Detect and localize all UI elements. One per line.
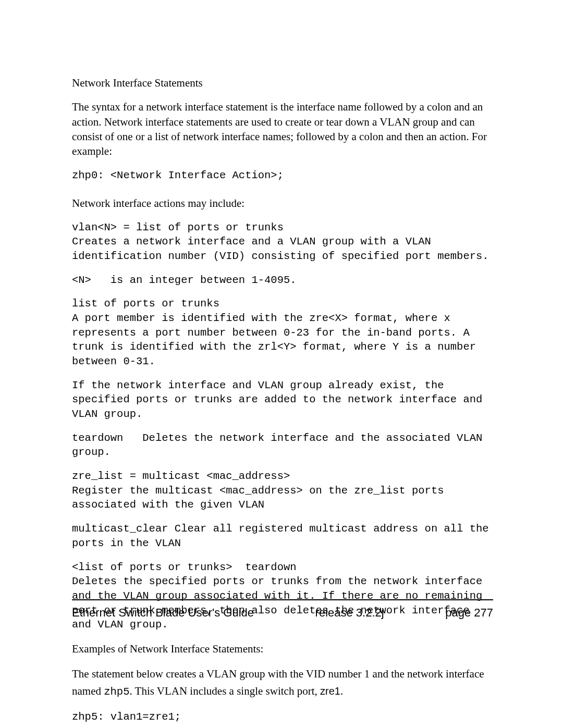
inline-code-zhp5: zhp5 bbox=[104, 686, 129, 698]
example-text-post: . bbox=[340, 685, 343, 697]
footer-page-number: page 277 bbox=[445, 606, 493, 620]
inline-code-zre1: zre1 bbox=[320, 685, 340, 697]
section-heading-nis: Network Interface Statements bbox=[72, 76, 493, 90]
code-n-range: <N> is an integer between 1-4095. bbox=[72, 273, 493, 288]
example-description: The statement below creates a VLAN group… bbox=[72, 665, 493, 700]
code-list-teardown: <list of ports or trunks> teardown Delet… bbox=[72, 560, 493, 632]
examples-heading: Examples of Network Interface Statements… bbox=[72, 641, 493, 656]
code-multicast-clear: multicast_clear Clear all registered mul… bbox=[72, 522, 493, 550]
page-footer: Ethernet Switch Blade User's Guide relea… bbox=[72, 606, 493, 620]
code-teardown: teardown Deletes the network interface a… bbox=[72, 431, 493, 460]
code-if-exist: If the network interface and VLAN group … bbox=[72, 378, 493, 422]
code-vlan-n: vlan<N> = list of ports or trunks Create… bbox=[72, 220, 493, 264]
actions-may-include: Network interface actions may include: bbox=[72, 196, 493, 211]
footer-rule bbox=[72, 599, 493, 600]
intro-paragraph: The syntax for a network interface state… bbox=[72, 100, 493, 158]
code-zre-list: zre_list = multicast <mac_address> Regis… bbox=[72, 469, 493, 512]
code-zhp5-statement: zhp5: vlan1=zre1; bbox=[72, 710, 493, 724]
footer-doc-title: Ethernet Switch Blade User's Guide bbox=[72, 606, 254, 620]
footer-release: release 3.2.2j bbox=[315, 606, 384, 620]
page-body: Network Interface Statements The syntax … bbox=[72, 76, 493, 728]
code-zhp0-example: zhp0: <Network Interface Action>; bbox=[72, 168, 493, 183]
example-text-mid: . This VLAN includes a single switch por… bbox=[129, 685, 320, 697]
code-list-ports: list of ports or trunks A port member is… bbox=[72, 297, 493, 368]
